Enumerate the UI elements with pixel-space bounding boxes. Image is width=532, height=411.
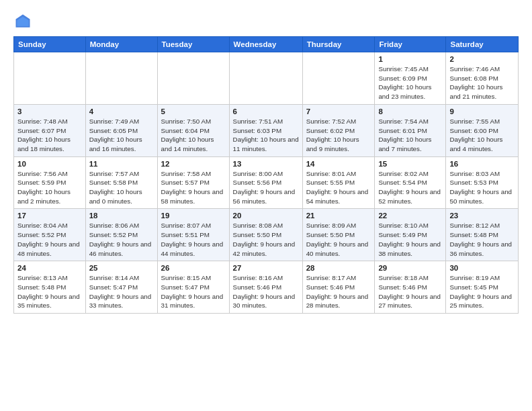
logo-icon [13, 12, 32, 31]
day-info: Sunrise: 7:45 AMSunset: 6:09 PMDaylight:… [378, 64, 442, 101]
day-info: Sunrise: 7:58 AMSunset: 5:57 PMDaylight:… [161, 169, 226, 206]
day-number: 2 [449, 55, 515, 63]
calendar-cell: 8Sunrise: 7:54 AMSunset: 6:01 PMDaylight… [375, 104, 446, 156]
day-number: 21 [306, 212, 371, 220]
calendar-cell: 7Sunrise: 7:52 AMSunset: 6:02 PMDaylight… [302, 104, 375, 156]
day-info: Sunrise: 7:57 AMSunset: 5:58 PMDaylight:… [89, 169, 154, 206]
weekday-header-row: SundayMondayTuesdayWednesdayThursdayFrid… [14, 37, 519, 52]
day-info: Sunrise: 7:55 AMSunset: 6:00 PMDaylight:… [449, 117, 515, 154]
day-number: 30 [449, 264, 515, 272]
calendar-cell: 20Sunrise: 8:08 AMSunset: 5:50 PMDayligh… [229, 209, 302, 261]
day-info: Sunrise: 8:08 AMSunset: 5:50 PMDaylight:… [233, 221, 299, 258]
day-info: Sunrise: 8:09 AMSunset: 5:50 PMDaylight:… [306, 221, 371, 258]
day-number: 7 [306, 107, 371, 116]
calendar-cell: 24Sunrise: 8:13 AMSunset: 5:48 PMDayligh… [14, 261, 86, 314]
day-info: Sunrise: 8:15 AMSunset: 5:47 PMDaylight:… [161, 273, 226, 310]
day-number: 15 [378, 160, 442, 168]
calendar-cell: 22Sunrise: 8:10 AMSunset: 5:49 PMDayligh… [375, 209, 446, 261]
calendar-cell: 1Sunrise: 7:45 AMSunset: 6:09 PMDaylight… [375, 52, 446, 105]
day-info: Sunrise: 8:07 AMSunset: 5:51 PMDaylight:… [161, 221, 226, 258]
calendar-week-row: 24Sunrise: 8:13 AMSunset: 5:48 PMDayligh… [14, 261, 519, 314]
day-info: Sunrise: 8:18 AMSunset: 5:46 PMDaylight:… [378, 273, 442, 310]
calendar-cell: 29Sunrise: 8:18 AMSunset: 5:46 PMDayligh… [375, 261, 446, 314]
calendar-cell: 14Sunrise: 8:01 AMSunset: 5:55 PMDayligh… [302, 156, 375, 209]
calendar-cell: 10Sunrise: 7:56 AMSunset: 5:59 PMDayligh… [14, 156, 86, 209]
calendar-cell: 28Sunrise: 8:17 AMSunset: 5:46 PMDayligh… [302, 261, 375, 314]
day-info: Sunrise: 7:48 AMSunset: 6:07 PMDaylight:… [17, 117, 82, 154]
calendar-cell [157, 52, 229, 105]
day-info: Sunrise: 8:06 AMSunset: 5:52 PMDaylight:… [89, 221, 154, 258]
calendar-cell: 18Sunrise: 8:06 AMSunset: 5:52 PMDayligh… [85, 209, 157, 261]
day-number: 29 [378, 264, 442, 272]
day-info: Sunrise: 8:16 AMSunset: 5:46 PMDaylight:… [233, 273, 299, 310]
day-info: Sunrise: 8:19 AMSunset: 5:45 PMDaylight:… [449, 273, 515, 310]
calendar-table: SundayMondayTuesdayWednesdayThursdayFrid… [13, 36, 519, 314]
day-info: Sunrise: 7:49 AMSunset: 6:05 PMDaylight:… [89, 117, 154, 154]
calendar-cell: 26Sunrise: 8:15 AMSunset: 5:47 PMDayligh… [157, 261, 229, 314]
weekday-header: Monday [85, 37, 157, 52]
day-number: 25 [89, 264, 154, 272]
weekday-header: Saturday [446, 37, 519, 52]
day-info: Sunrise: 8:12 AMSunset: 5:48 PMDaylight:… [449, 221, 515, 258]
page: SundayMondayTuesdayWednesdayThursdayFrid… [0, 0, 532, 320]
calendar-cell: 21Sunrise: 8:09 AMSunset: 5:50 PMDayligh… [302, 209, 375, 261]
calendar-cell: 23Sunrise: 8:12 AMSunset: 5:48 PMDayligh… [446, 209, 519, 261]
day-info: Sunrise: 8:10 AMSunset: 5:49 PMDaylight:… [378, 221, 442, 258]
calendar-cell: 27Sunrise: 8:16 AMSunset: 5:46 PMDayligh… [229, 261, 302, 314]
day-info: Sunrise: 7:50 AMSunset: 6:04 PMDaylight:… [161, 117, 226, 154]
calendar-cell [302, 52, 375, 105]
day-number: 28 [306, 264, 371, 272]
calendar-cell: 15Sunrise: 8:02 AMSunset: 5:54 PMDayligh… [375, 156, 446, 209]
calendar-cell: 2Sunrise: 7:46 AMSunset: 6:08 PMDaylight… [446, 52, 519, 105]
day-number: 6 [233, 107, 299, 116]
weekday-header: Friday [375, 37, 446, 52]
calendar-cell [85, 52, 157, 105]
calendar-cell: 6Sunrise: 7:51 AMSunset: 6:03 PMDaylight… [229, 104, 302, 156]
weekday-header: Thursday [302, 37, 375, 52]
day-info: Sunrise: 7:54 AMSunset: 6:01 PMDaylight:… [378, 117, 442, 154]
day-info: Sunrise: 8:04 AMSunset: 5:52 PMDaylight:… [17, 221, 82, 258]
day-number: 11 [89, 160, 154, 168]
calendar-cell: 3Sunrise: 7:48 AMSunset: 6:07 PMDaylight… [14, 104, 86, 156]
day-number: 14 [306, 160, 371, 168]
day-info: Sunrise: 8:00 AMSunset: 5:56 PMDaylight:… [233, 169, 299, 206]
calendar-cell: 4Sunrise: 7:49 AMSunset: 6:05 PMDaylight… [85, 104, 157, 156]
calendar-cell: 5Sunrise: 7:50 AMSunset: 6:04 PMDaylight… [157, 104, 229, 156]
day-info: Sunrise: 8:01 AMSunset: 5:55 PMDaylight:… [306, 169, 371, 206]
calendar-week-row: 10Sunrise: 7:56 AMSunset: 5:59 PMDayligh… [14, 156, 519, 209]
calendar-cell: 19Sunrise: 8:07 AMSunset: 5:51 PMDayligh… [157, 209, 229, 261]
calendar-week-row: 17Sunrise: 8:04 AMSunset: 5:52 PMDayligh… [14, 209, 519, 261]
day-info: Sunrise: 8:03 AMSunset: 5:53 PMDaylight:… [449, 169, 515, 206]
calendar-cell [229, 52, 302, 105]
day-number: 12 [161, 160, 226, 168]
day-number: 1 [378, 55, 442, 63]
day-number: 27 [233, 264, 299, 272]
day-number: 9 [449, 107, 515, 116]
day-number: 22 [378, 212, 442, 220]
day-number: 16 [449, 160, 515, 168]
day-number: 4 [89, 107, 154, 116]
calendar-cell: 16Sunrise: 8:03 AMSunset: 5:53 PMDayligh… [446, 156, 519, 209]
calendar-cell: 13Sunrise: 8:00 AMSunset: 5:56 PMDayligh… [229, 156, 302, 209]
day-info: Sunrise: 8:13 AMSunset: 5:48 PMDaylight:… [17, 273, 82, 310]
day-number: 18 [89, 212, 154, 220]
calendar-cell: 12Sunrise: 7:58 AMSunset: 5:57 PMDayligh… [157, 156, 229, 209]
weekday-header: Tuesday [157, 37, 229, 52]
day-number: 10 [17, 160, 82, 168]
calendar-cell: 25Sunrise: 8:14 AMSunset: 5:47 PMDayligh… [85, 261, 157, 314]
day-number: 5 [161, 107, 226, 116]
logo [13, 12, 35, 31]
day-info: Sunrise: 7:56 AMSunset: 5:59 PMDaylight:… [17, 169, 82, 206]
day-number: 13 [233, 160, 299, 168]
day-info: Sunrise: 7:46 AMSunset: 6:08 PMDaylight:… [449, 64, 515, 101]
day-number: 3 [17, 107, 82, 116]
day-number: 8 [378, 107, 442, 116]
calendar-cell: 30Sunrise: 8:19 AMSunset: 5:45 PMDayligh… [446, 261, 519, 314]
day-number: 26 [161, 264, 226, 272]
weekday-header: Sunday [14, 37, 86, 52]
day-number: 17 [17, 212, 82, 220]
header [13, 12, 519, 31]
day-info: Sunrise: 8:17 AMSunset: 5:46 PMDaylight:… [306, 273, 371, 310]
day-number: 19 [161, 212, 226, 220]
weekday-header: Wednesday [229, 37, 302, 52]
